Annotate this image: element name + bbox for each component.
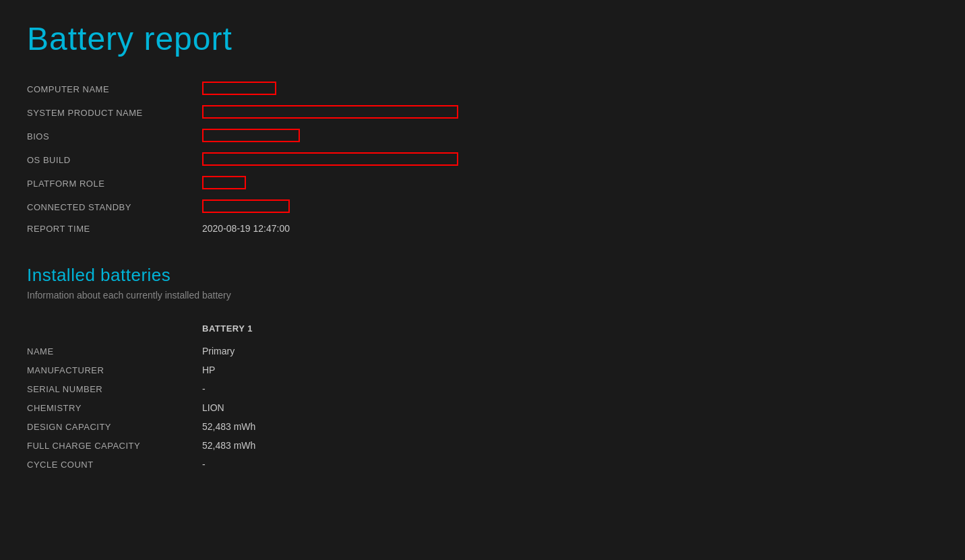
bios-redacted [202, 129, 300, 142]
computer-name-redacted [202, 82, 276, 95]
battery-name-row: NAME Primary [27, 342, 938, 361]
system-product-name-redacted [202, 105, 458, 119]
installed-batteries-subtitle: Information about each currently install… [27, 290, 938, 301]
battery-full-charge-row: FULL CHARGE CAPACITY 52,483 mWh [27, 436, 938, 455]
connected-standby-row: CONNECTED STANDBY [27, 195, 938, 219]
report-time-label: REPORT TIME [27, 224, 202, 234]
platform-role-value [202, 176, 246, 191]
platform-role-row: PLATFORM ROLE [27, 172, 938, 195]
computer-name-value [202, 82, 276, 97]
battery-full-charge-label: FULL CHARGE CAPACITY [27, 441, 202, 451]
battery-chemistry-value: LION [202, 402, 224, 413]
battery-cycle-count-value: - [202, 459, 206, 470]
battery-name-label: NAME [27, 346, 202, 356]
battery-design-capacity-row: DESIGN CAPACITY 52,483 mWh [27, 417, 938, 436]
battery-cycle-count-row: CYCLE COUNT - [27, 455, 938, 474]
battery-serial-label: SERIAL NUMBER [27, 384, 202, 394]
bios-row: BIOS [27, 125, 938, 148]
platform-role-label: PLATFORM ROLE [27, 179, 202, 189]
battery-manufacturer-value: HP [202, 365, 215, 375]
system-product-name-value [202, 105, 458, 121]
battery-full-charge-value: 52,483 mWh [202, 440, 255, 451]
battery-chemistry-row: CHEMISTRY LION [27, 398, 938, 417]
report-time-value: 2020-08-19 12:47:00 [202, 223, 290, 234]
battery-serial-value: - [202, 383, 206, 394]
computer-name-row: COMPUTER NAME [27, 77, 938, 101]
battery-serial-row: SERIAL NUMBER - [27, 379, 938, 398]
battery-chemistry-label: CHEMISTRY [27, 403, 202, 413]
os-build-value [202, 152, 458, 168]
os-build-redacted [202, 152, 458, 166]
connected-standby-value [202, 199, 290, 215]
page-title: Battery report [27, 20, 938, 57]
connected-standby-label: CONNECTED STANDBY [27, 202, 202, 212]
battery-design-capacity-value: 52,483 mWh [202, 421, 255, 432]
computer-name-label: COMPUTER NAME [27, 84, 202, 94]
connected-standby-redacted [202, 199, 290, 213]
battery-design-capacity-label: DESIGN CAPACITY [27, 422, 202, 432]
bios-label: BIOS [27, 131, 202, 142]
battery-name-value: Primary [202, 346, 235, 356]
battery-manufacturer-label: MANUFACTURER [27, 365, 202, 375]
platform-role-redacted [202, 176, 246, 189]
system-product-name-row: SYSTEM PRODUCT NAME [27, 101, 938, 125]
system-product-name-label: SYSTEM PRODUCT NAME [27, 108, 202, 118]
os-build-label: OS BUILD [27, 155, 202, 165]
battery-column-header: BATTERY 1 [202, 323, 253, 334]
bios-value [202, 129, 300, 144]
battery-manufacturer-row: MANUFACTURER HP [27, 361, 938, 379]
system-info-table: COMPUTER NAME SYSTEM PRODUCT NAME BIOS O… [27, 77, 938, 238]
battery-header-row: BATTERY 1 [27, 321, 938, 336]
os-build-row: OS BUILD [27, 148, 938, 172]
installed-batteries-section: Installed batteries Information about ea… [27, 265, 938, 474]
installed-batteries-title: Installed batteries [27, 265, 938, 286]
battery-cycle-count-label: CYCLE COUNT [27, 460, 202, 470]
battery-table: BATTERY 1 NAME Primary MANUFACTURER HP S… [27, 321, 938, 474]
report-time-row: REPORT TIME 2020-08-19 12:47:00 [27, 219, 938, 238]
